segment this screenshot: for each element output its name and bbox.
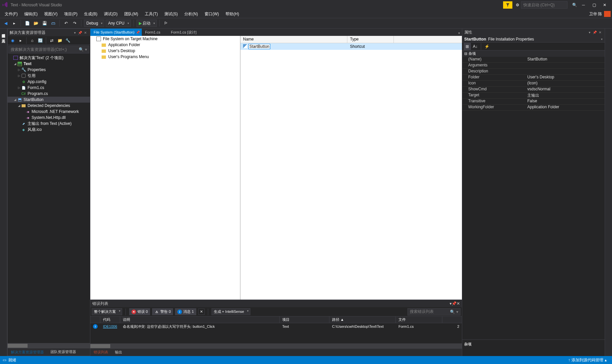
prop-folder[interactable]: FolderUser's Desktop xyxy=(462,75,605,81)
add-source-control-button[interactable]: ↑ 添加到源代码管理 ▴ xyxy=(566,357,609,363)
props-dropdown-button[interactable]: ▾ xyxy=(587,30,592,35)
err-pin-button[interactable]: 📌 xyxy=(452,301,457,306)
prop-transitive[interactable]: TransitiveFalse xyxy=(462,99,605,105)
toolbox-tab[interactable]: 工具箱 xyxy=(0,34,7,39)
user-name[interactable]: 卫华 陈 xyxy=(589,11,602,17)
menu-help[interactable]: 帮助(H) xyxy=(222,11,242,18)
doctab-filesystem[interactable]: File System (StartButton) 📌 ✕ xyxy=(90,29,142,36)
platform-dropdown[interactable]: Any CPU xyxy=(106,20,131,27)
props-pin-button[interactable]: 📌 xyxy=(592,30,597,35)
tree-programcs[interactable]: C#Program.cs xyxy=(8,91,90,97)
config-dropdown[interactable]: Debug xyxy=(84,20,104,27)
server-explorer-tab[interactable]: 服务器资源管理器 xyxy=(0,29,7,34)
doctab-form1cs[interactable]: Form1.cs xyxy=(142,29,168,36)
start-debug-button[interactable]: ▶启动 xyxy=(136,20,157,27)
nav-back-button[interactable]: ◀ xyxy=(2,20,9,27)
tree-startbutton[interactable]: ◢⬒StartButton xyxy=(8,97,90,103)
err-buildintelli-dropdown[interactable]: 生成 + IntelliSense xyxy=(212,308,250,315)
tree-detected-deps[interactable]: ◢Detected Dependencies xyxy=(8,103,90,109)
err-col-code[interactable]: 代码 xyxy=(100,317,120,323)
menu-team[interactable]: 团队(M) xyxy=(121,11,141,18)
tree-properties[interactable]: ▷🔧Properties xyxy=(8,67,90,73)
panel-dropdown-button[interactable]: ▾ xyxy=(72,30,77,35)
menu-file[interactable]: 文件(F) xyxy=(1,11,21,18)
fs-row-startbutton[interactable]: StartButton Shortcut xyxy=(240,43,462,50)
tree-project-text[interactable]: ◢Text xyxy=(8,61,90,67)
tree-netfx[interactable]: -■Microsoft .NET Framework xyxy=(8,109,90,115)
doctab-form1designer[interactable]: Form1.cs [设计] xyxy=(168,29,204,36)
tree-primary-output[interactable]: ⬈主输出 from Text (Active) xyxy=(8,121,90,127)
doctabs-dropdown[interactable]: ▾ xyxy=(456,30,462,36)
props-events-button[interactable]: ⚡ xyxy=(483,43,490,50)
se-properties-button[interactable]: 🔧 xyxy=(64,37,71,44)
prop-workingfolder[interactable]: WorkingFolderApplication Folder xyxy=(462,105,605,111)
save-button[interactable]: 💾 xyxy=(41,20,48,27)
search-icon[interactable]: 🔍 xyxy=(571,1,578,9)
prop-showcmd[interactable]: ShowCmdvsdscNormal xyxy=(462,87,605,93)
notification-filter-icon[interactable] xyxy=(503,1,512,9)
tab-output[interactable]: 输出 xyxy=(112,349,126,356)
tree-appconfig[interactable]: ⚙App.config xyxy=(8,79,90,85)
err-filter-clear[interactable]: ✕ xyxy=(198,309,205,315)
menu-build[interactable]: 生成(B) xyxy=(81,11,101,18)
prop-name[interactable]: (Name)StartButton xyxy=(462,57,605,63)
err-col-file[interactable]: 文件 xyxy=(396,317,442,323)
se-fwd-button[interactable]: ▸ xyxy=(17,37,24,44)
err-col-path[interactable]: 路径 ▲ xyxy=(329,317,396,323)
menu-analyze[interactable]: 分析(N) xyxy=(181,11,201,18)
solution-explorer-search[interactable]: 搜索解决方案资源管理器(Ctrl+;) 🔍 ▾ xyxy=(8,46,89,53)
prop-description[interactable]: Description xyxy=(462,69,605,75)
menu-project[interactable]: 项目(P) xyxy=(61,11,81,18)
panel-pin-button[interactable]: 📌 xyxy=(77,30,83,35)
user-avatar-icon[interactable] xyxy=(604,11,611,17)
se-refresh-button[interactable]: 🔄 xyxy=(37,37,44,44)
err-horizontal-scrollbar[interactable] xyxy=(90,343,462,349)
extra-toolbar-button[interactable]: 🏳 xyxy=(162,20,170,27)
err-scope-dropdown[interactable]: 整个解决方案 xyxy=(92,308,122,315)
maximize-button[interactable]: ▢ xyxy=(589,1,599,9)
tab-team-explorer[interactable]: 团队资源管理器 xyxy=(47,348,79,356)
err-filter-warnings[interactable]: ⚠警告 0 xyxy=(152,308,173,315)
quick-launch-input[interactable]: 快速启动 (Ctrl+Q) xyxy=(521,1,568,9)
props-selection-dropdown[interactable]: StartButton File Installation Properties… xyxy=(462,36,605,43)
err-col-desc[interactable]: 说明 xyxy=(120,317,280,323)
fs-name-edit[interactable]: StartButton xyxy=(248,44,270,49)
minimize-button[interactable]: ─ xyxy=(578,1,589,9)
err-code-link[interactable]: IDE1006 xyxy=(100,324,120,328)
err-col-project[interactable]: 项目 xyxy=(280,317,329,323)
err-search-input[interactable]: 搜索错误列表 🔍▾ xyxy=(407,308,461,316)
tab-solution-explorer[interactable]: 解决方案资源管理器 xyxy=(8,348,47,356)
fs-appfolder[interactable]: Application Folder xyxy=(90,42,240,48)
se-collapse-button[interactable]: ⇄ xyxy=(48,37,55,44)
fs-col-type[interactable]: Type xyxy=(347,36,394,43)
se-showall-button[interactable]: 📁 xyxy=(56,37,63,44)
err-filter-messages[interactable]: i消息 1 xyxy=(175,308,196,315)
se-back-button[interactable]: ◉ xyxy=(9,37,16,44)
tree-httpdll[interactable]: -■System.Net.Http.dll xyxy=(8,115,90,121)
tab-pin-icon[interactable]: 📌 xyxy=(136,31,140,34)
tree-solution[interactable]: 解决方案'Text' (2 个项目) xyxy=(8,55,90,61)
error-row[interactable]: i IDE1006 命名规则冲突: 这些字必须以大写字符开头: button1_… xyxy=(90,323,462,330)
props-close-button[interactable]: ✕ xyxy=(597,30,603,35)
props-alpha-button[interactable]: A↓ xyxy=(472,43,479,50)
tree-references[interactable]: ▷引用 xyxy=(8,73,90,79)
menu-test[interactable]: 测试(S) xyxy=(161,11,181,18)
props-category-misc[interactable]: ⊟杂项 xyxy=(462,50,605,57)
fs-root[interactable]: File System on Target Machine xyxy=(90,36,240,42)
tree-ico[interactable]: ◆风扇.ico xyxy=(8,127,90,133)
se-home-button[interactable]: ⌂ xyxy=(29,37,36,44)
props-categorized-button[interactable]: ⊞ xyxy=(464,43,471,50)
se-horizontal-scrollbar[interactable] xyxy=(8,343,90,348)
menu-tools[interactable]: 工具(T) xyxy=(141,11,161,18)
save-all-button[interactable]: 🗃 xyxy=(49,20,57,27)
fs-userdesktop[interactable]: User's Desktop xyxy=(90,48,240,54)
menu-view[interactable]: 视图(V) xyxy=(41,11,61,18)
open-button[interactable]: 📂 xyxy=(32,20,40,27)
tab-error-list[interactable]: 错误列表 xyxy=(90,349,112,356)
settings-icon[interactable]: ⚙ xyxy=(514,1,521,9)
redo-button[interactable]: ↷ xyxy=(71,20,78,27)
menu-debug[interactable]: 调试(D) xyxy=(101,11,121,18)
nav-fwd-button[interactable]: ▸ xyxy=(11,20,18,27)
undo-button[interactable]: ↶ xyxy=(62,20,70,27)
panel-close-button[interactable]: ✕ xyxy=(83,30,88,35)
